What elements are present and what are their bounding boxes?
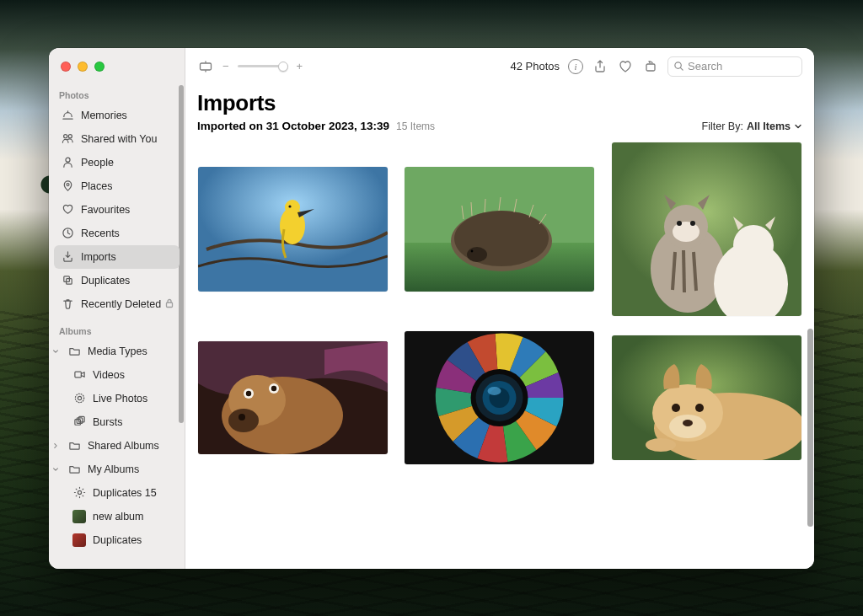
search-input[interactable]: Search (667, 56, 802, 77)
filter-value: All Items (747, 121, 791, 132)
filter-by-menu[interactable]: Filter By: All Items (702, 121, 802, 132)
toolbar: − + 42 Photos i Search (185, 48, 814, 85)
folder-icon (67, 345, 81, 358)
sidebar-item-label: Favourites (81, 204, 174, 216)
photo-thumb[interactable] (405, 331, 594, 464)
photo-count-label: 42 Photos (510, 60, 560, 72)
memories-icon (61, 109, 74, 122)
chevron-down-icon[interactable] (51, 464, 61, 474)
app-window: Photos Memories Shared with You People P… (49, 48, 814, 569)
sidebar-item-people[interactable]: People (54, 151, 180, 174)
sidebar-item-media-types[interactable]: Media Types (61, 340, 180, 363)
sidebar-item-shared-albums[interactable]: Shared Albums (61, 434, 180, 458)
sidebar-item-label: Recently Deleted (81, 298, 174, 310)
sidebar-item-label: Shared Albums (88, 440, 174, 452)
sidebar-item-my-albums[interactable]: My Albums (61, 458, 180, 481)
svg-point-51 (246, 390, 251, 395)
sidebar-item-album-new[interactable]: new album (66, 505, 180, 528)
svg-point-1 (68, 135, 72, 138)
folder-icon (67, 463, 81, 476)
svg-point-39 (677, 221, 682, 226)
svg-point-40 (690, 221, 695, 226)
sidebar-item-album-duplicates[interactable]: Duplicates (66, 528, 180, 552)
sidebar-item-live-photos[interactable]: Live Photos (66, 387, 180, 410)
close-window-button[interactable] (61, 62, 71, 72)
svg-point-45 (733, 225, 774, 265)
sidebar: Photos Memories Shared with You People P… (49, 48, 185, 569)
svg-point-60 (488, 387, 501, 395)
chevron-down-icon (794, 122, 802, 131)
sidebar-item-imports[interactable]: Imports (54, 245, 180, 269)
chevron-down-icon[interactable] (51, 346, 61, 356)
zoom-window-button[interactable] (94, 62, 105, 72)
svg-rect-8 (74, 372, 81, 378)
sidebar-item-label: Imports (81, 251, 174, 263)
sidebar-item-memories[interactable]: Memories (54, 104, 180, 127)
trash-icon (61, 297, 74, 311)
window-titlebar (49, 48, 185, 85)
people-icon (61, 156, 74, 169)
sidebar-item-duplicates[interactable]: Duplicates (54, 269, 180, 292)
svg-point-2 (65, 158, 69, 162)
rotate-icon[interactable] (642, 58, 659, 75)
filter-label: Filter By: (702, 121, 743, 132)
section-header-albums: Albums (49, 323, 185, 340)
photo-thumb[interactable] (198, 167, 388, 292)
content-area: Imports Imported on 31 October 2023, 13:… (185, 85, 814, 569)
photo-grid (197, 142, 802, 464)
sidebar-item-label: Duplicates (81, 275, 174, 287)
photo-thumb[interactable] (612, 335, 801, 460)
sidebar-item-videos[interactable]: Videos (66, 363, 180, 387)
photo-thumb[interactable] (612, 142, 801, 316)
photo-thumb[interactable] (405, 167, 594, 292)
svg-point-67 (683, 420, 693, 426)
sidebar-item-shared-with-you[interactable]: Shared with You (54, 127, 180, 151)
album-thumb-icon (72, 510, 86, 523)
share-icon[interactable] (592, 58, 608, 75)
chevron-right-icon[interactable] (51, 441, 61, 451)
zoom-in-button[interactable]: + (297, 60, 303, 72)
sidebar-item-album-duplicates15[interactable]: Duplicates 15 (66, 481, 180, 505)
zoom-out-button[interactable]: − (222, 60, 229, 72)
import-count: 15 Items (396, 121, 435, 132)
svg-point-0 (63, 135, 67, 138)
info-icon[interactable]: i (568, 59, 583, 74)
sidebar-item-places[interactable]: Places (54, 174, 180, 198)
page-title: Imports (197, 85, 802, 120)
zoom-slider[interactable] (238, 65, 288, 67)
sidebar-item-recents[interactable]: Recents (54, 222, 180, 245)
svg-rect-15 (201, 63, 212, 70)
svg-point-68 (646, 438, 676, 452)
main-panel: − + 42 Photos i Search Imports Imported … (185, 48, 814, 569)
svg-point-49 (228, 409, 259, 432)
sidebar-item-label: Memories (81, 110, 174, 121)
shared-icon (61, 132, 74, 146)
aspect-icon[interactable] (197, 58, 214, 75)
sidebar-item-favourites[interactable]: Favourites (54, 198, 180, 222)
main-scrollbar[interactable] (807, 329, 813, 527)
sidebar-item-recently-deleted[interactable]: Recently Deleted (54, 292, 180, 316)
album-thumb-icon (72, 533, 86, 547)
svg-point-33 (467, 247, 487, 262)
svg-point-14 (78, 490, 81, 494)
lock-icon (164, 298, 174, 308)
svg-point-10 (75, 394, 83, 402)
sidebar-item-label: Bursts (93, 416, 174, 428)
sidebar-item-label: Recents (81, 228, 174, 239)
svg-point-66 (695, 404, 704, 412)
svg-point-38 (673, 222, 700, 242)
places-icon (61, 179, 74, 193)
favourite-icon[interactable] (617, 58, 634, 75)
sidebar-item-label: Places (81, 180, 174, 192)
sidebar-item-label: Videos (93, 369, 174, 381)
sidebar-item-bursts[interactable]: Bursts (66, 410, 180, 434)
svg-point-21 (289, 205, 292, 207)
heart-icon (61, 203, 74, 217)
svg-point-34 (471, 249, 474, 252)
duplicates-icon (61, 274, 74, 287)
sidebar-item-label: Duplicates (93, 534, 174, 546)
svg-rect-16 (646, 64, 655, 71)
photo-thumb[interactable] (198, 341, 388, 454)
sidebar-scroll: Photos Memories Shared with You People P… (49, 85, 185, 569)
minimize-window-button[interactable] (78, 62, 88, 72)
